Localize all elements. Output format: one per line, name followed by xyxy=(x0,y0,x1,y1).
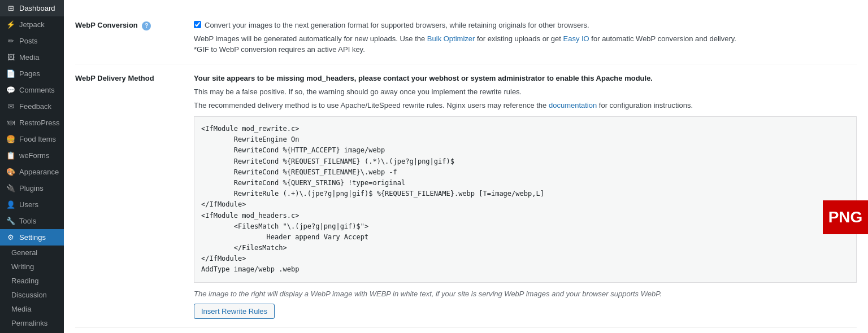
sidebar-item-plugins[interactable]: 🔌 Plugins xyxy=(0,180,64,196)
recommended-text: The recommended delivery method is to us… xyxy=(194,100,857,111)
sidebar-item-food-items[interactable]: 🍔 Food Items xyxy=(0,131,64,147)
food-items-icon: 🍔 xyxy=(6,135,16,143)
gif-note: *GIF to WebP conversion requires an acti… xyxy=(194,44,857,55)
feedback-icon: ✉ xyxy=(6,102,16,111)
png-badge: PNG xyxy=(823,200,868,234)
italic-note: The image to the right will display a We… xyxy=(194,288,857,300)
dashboard-icon: ⊞ xyxy=(6,4,16,12)
webp-conversion-checkbox-label: Convert your images to the next generati… xyxy=(205,20,589,31)
sidebar: ⊞ Dashboard ⚡ Jetpack ✏ Posts 🖼 Media 📄 … xyxy=(0,0,64,333)
users-icon: 👤 xyxy=(6,200,16,209)
sidebar-item-feedback[interactable]: ✉ Feedback xyxy=(0,98,64,115)
submenu-item-discussion[interactable]: Discussion xyxy=(0,288,64,302)
content-area: WebP Conversion ? Convert your images to… xyxy=(64,0,868,333)
sidebar-item-weforms[interactable]: 📋 weForms xyxy=(0,147,64,164)
webp-conversion-row: WebP Conversion ? Convert your images to… xyxy=(75,11,857,64)
webp-conversion-content: Convert your images to the next generati… xyxy=(194,20,857,55)
insert-rewrite-rules-button[interactable]: Insert Rewrite Rules xyxy=(194,304,275,319)
sidebar-item-posts[interactable]: ✏ Posts xyxy=(0,33,64,49)
submenu-item-writing[interactable]: Writing xyxy=(0,260,64,274)
pages-icon: 📄 xyxy=(6,69,16,78)
webp-delivery-label: WebP Delivery Method xyxy=(75,73,194,82)
main-content: WebP Conversion ? Convert your images to… xyxy=(64,0,868,333)
jetpack-icon: ⚡ xyxy=(6,20,16,29)
settings-icon: ⚙ xyxy=(6,233,16,242)
sidebar-item-settings[interactable]: ⚙ Settings xyxy=(0,229,64,246)
submenu-item-reading[interactable]: Reading xyxy=(0,274,64,288)
media-icon: 🖼 xyxy=(6,53,16,62)
webp-delivery-text: Your site appears to be missing mod_head… xyxy=(194,73,857,319)
sidebar-item-jetpack[interactable]: ⚡ Jetpack xyxy=(0,16,64,33)
sidebar-item-tools[interactable]: 🔧 Tools xyxy=(0,213,64,229)
bulk-optimizer-link[interactable]: Bulk Optimizer xyxy=(427,34,475,43)
sidebar-item-users[interactable]: 👤 Users xyxy=(0,196,64,213)
rewrite-code-block: <IfModule mod_rewrite.c> RewriteEngine O… xyxy=(194,116,857,283)
plugins-icon: 🔌 xyxy=(6,184,16,192)
webp-conversion-label: WebP Conversion ? xyxy=(75,20,194,30)
tools-icon: 🔧 xyxy=(6,217,16,225)
submenu-item-media[interactable]: Media xyxy=(0,302,64,316)
webp-conversion-help-icon[interactable]: ? xyxy=(142,21,151,30)
documentation-link[interactable]: documentation xyxy=(549,101,597,109)
weforms-icon: 📋 xyxy=(6,151,16,160)
sidebar-item-dashboard[interactable]: ⊞ Dashboard xyxy=(0,0,64,16)
restropress-icon: 🍽 xyxy=(6,119,16,127)
webp-conversion-detail: WebP images will be generated automatica… xyxy=(194,33,857,45)
webp-conversion-checkbox[interactable] xyxy=(194,21,201,28)
false-positive-text: This may be a false positive. If so, the… xyxy=(194,86,857,98)
sidebar-item-comments[interactable]: 💬 Comments xyxy=(0,82,64,98)
webp-delivery-row: WebP Delivery Method Your site appears t… xyxy=(75,64,857,328)
webp-conversion-checkbox-row: Convert your images to the next generati… xyxy=(194,20,857,31)
settings-submenu: General Writing Reading Discussion Media… xyxy=(0,246,64,333)
appearance-icon: 🎨 xyxy=(6,168,16,176)
sidebar-item-appearance[interactable]: 🎨 Appearance xyxy=(0,164,64,180)
sidebar-item-restropress[interactable]: 🍽 RestroPress xyxy=(0,115,64,131)
warning-text: Your site appears to be missing mod_head… xyxy=(194,73,857,84)
js-webp-row: JS WebP Rewriting ? Uses JavaScript for … xyxy=(75,328,857,333)
webp-delivery-content: Your site appears to be missing mod_head… xyxy=(194,73,857,319)
sidebar-item-pages[interactable]: 📄 Pages xyxy=(0,65,64,82)
easy-io-link[interactable]: Easy IO xyxy=(563,34,589,43)
submenu-item-privacy[interactable]: Privacy xyxy=(0,330,64,333)
submenu-item-permalinks[interactable]: Permalinks xyxy=(0,316,64,330)
submenu-item-general[interactable]: General xyxy=(0,246,64,260)
webp-delivery-flex: Your site appears to be missing mod_head… xyxy=(194,73,857,319)
comments-icon: 💬 xyxy=(6,86,16,94)
posts-icon: ✏ xyxy=(6,37,16,45)
sidebar-item-media[interactable]: 🖼 Media xyxy=(0,49,64,65)
